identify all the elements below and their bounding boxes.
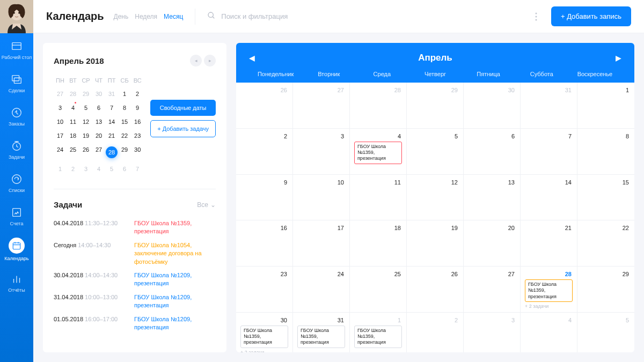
cal-day[interactable]: 13 bbox=[464, 175, 521, 221]
mini-day[interactable]: 22 bbox=[118, 129, 131, 143]
sidebar-item-cycle[interactable]: Списки bbox=[0, 166, 33, 200]
mini-day[interactable]: 5 bbox=[105, 162, 118, 176]
task-row[interactable]: 04.04.201811:30–12:30ГБОУ Школа №1359, п… bbox=[54, 217, 216, 239]
mini-day[interactable]: 19 bbox=[79, 129, 92, 143]
mini-prev-button[interactable]: ◂ bbox=[190, 55, 202, 67]
cal-day[interactable]: 4 bbox=[521, 313, 577, 352]
cal-day[interactable]: 18 bbox=[350, 220, 407, 267]
mini-day[interactable]: 23 bbox=[131, 129, 144, 143]
cal-day[interactable]: 5 bbox=[577, 313, 634, 352]
mini-day[interactable]: 18 bbox=[67, 129, 79, 143]
cal-day[interactable]: 10 bbox=[293, 175, 350, 221]
cal-prev-button[interactable]: ◀ bbox=[249, 54, 255, 62]
sidebar-item-orders[interactable]: Заказы bbox=[0, 100, 33, 133]
mini-day[interactable]: 9 bbox=[131, 101, 144, 115]
view-tab-0[interactable]: День bbox=[114, 13, 129, 20]
sidebar-item-chat[interactable]: Сделки bbox=[0, 67, 33, 100]
mini-day[interactable]: 6 bbox=[92, 101, 105, 115]
task-row[interactable]: 01.05.201816:00–17:00ГБОУ Школа №1209, п… bbox=[54, 313, 216, 335]
cal-event[interactable]: ГБОУ Школа №1359, презентация bbox=[240, 326, 288, 348]
task-row[interactable]: 30.04.201814:00–14:30ГБОУ Школа №1209, п… bbox=[54, 269, 216, 291]
cal-day[interactable]: 2 bbox=[236, 129, 293, 175]
cal-day[interactable]: 15 bbox=[577, 175, 634, 221]
mini-day[interactable]: 8 bbox=[118, 101, 131, 115]
cal-day[interactable]: 20 bbox=[464, 220, 521, 267]
cal-day[interactable]: 16 bbox=[236, 220, 293, 267]
cal-day[interactable]: 29 bbox=[407, 83, 464, 129]
cal-day[interactable]: 9 bbox=[236, 175, 293, 221]
mini-day[interactable]: 20 bbox=[92, 129, 105, 143]
cal-day[interactable]: 27 bbox=[464, 267, 521, 313]
task-row[interactable]: 31.04.201810:00–13:00ГБОУ Школа №1209, п… bbox=[54, 291, 216, 313]
mini-next-button[interactable]: ▸ bbox=[204, 55, 216, 67]
cal-day[interactable]: 27 bbox=[293, 83, 350, 129]
mini-day[interactable]: 1 bbox=[54, 162, 67, 176]
mini-day[interactable]: 30 bbox=[131, 143, 144, 162]
cal-day[interactable]: 1ГБОУ Школа №1359, презентация bbox=[350, 313, 407, 352]
cal-event[interactable]: ГБОУ Школа №1359, презентация bbox=[297, 326, 345, 348]
cal-day[interactable]: 11 bbox=[350, 175, 407, 221]
mini-day[interactable]: 1 bbox=[118, 87, 131, 101]
cal-more[interactable]: + 2 задачи bbox=[525, 304, 573, 309]
mini-day[interactable]: 27 bbox=[92, 143, 105, 162]
mini-day[interactable]: 31 bbox=[105, 87, 118, 101]
add-task-button[interactable]: + Добавить задачу bbox=[150, 120, 216, 137]
cal-day[interactable]: 31 bbox=[521, 83, 577, 129]
cal-day[interactable]: 14 bbox=[521, 175, 577, 221]
mini-day[interactable]: 12 bbox=[79, 115, 92, 129]
mini-day[interactable]: 29 bbox=[118, 143, 131, 162]
mini-day[interactable]: 10 bbox=[54, 115, 67, 129]
cal-day[interactable]: 3 bbox=[293, 129, 350, 175]
mini-day[interactable]: 21 bbox=[105, 129, 118, 143]
search-input[interactable] bbox=[221, 12, 382, 20]
more-icon[interactable] bbox=[529, 9, 544, 24]
cal-day[interactable]: 12 bbox=[407, 175, 464, 221]
mini-day[interactable]: 7 bbox=[131, 162, 144, 176]
mini-day[interactable]: 16 bbox=[131, 115, 144, 129]
sidebar-item-invoice[interactable]: Счета bbox=[0, 200, 33, 233]
cal-day[interactable]: 5 bbox=[407, 129, 464, 175]
mini-day[interactable]: 26 bbox=[79, 143, 92, 162]
mini-day[interactable]: 4 bbox=[92, 162, 105, 176]
cal-day[interactable]: 1 bbox=[577, 83, 634, 129]
mini-day[interactable]: 15 bbox=[118, 115, 131, 129]
mini-day[interactable]: 3 bbox=[79, 162, 92, 176]
cal-event[interactable]: ГБОУ Школа №1359, презентация bbox=[354, 142, 402, 164]
cal-day[interactable]: 30 bbox=[464, 83, 521, 129]
cal-day[interactable]: 23 bbox=[236, 267, 293, 313]
mini-day[interactable]: 27 bbox=[54, 87, 67, 101]
cal-next-button[interactable]: ▶ bbox=[616, 54, 621, 62]
cal-day[interactable]: 30ГБОУ Школа №1359, презентация+ 2 задач… bbox=[236, 313, 293, 352]
cal-day[interactable]: 6 bbox=[464, 129, 521, 175]
cal-day[interactable]: 28ГБОУ Школа №1359, презентация+ 2 задач… bbox=[521, 267, 577, 313]
add-record-button[interactable]: + Добавить запись bbox=[551, 6, 631, 26]
mini-day[interactable]: 29 bbox=[79, 87, 92, 101]
mini-day[interactable]: 3 bbox=[54, 101, 67, 115]
sidebar-item-clock[interactable]: Задачи bbox=[0, 133, 33, 166]
cal-day[interactable]: 2 bbox=[407, 313, 464, 352]
cal-day[interactable]: 17 bbox=[293, 220, 350, 267]
cal-day[interactable]: 29 bbox=[577, 267, 634, 313]
cal-day[interactable]: 25 bbox=[350, 267, 407, 313]
cal-day[interactable]: 8 bbox=[577, 129, 634, 175]
cal-day[interactable]: 3 bbox=[464, 313, 521, 352]
sidebar-item-reports[interactable]: Отчёты bbox=[0, 266, 33, 299]
mini-day[interactable]: 28 bbox=[105, 143, 118, 162]
cal-day[interactable]: 22 bbox=[577, 220, 634, 267]
mini-day[interactable]: 5 bbox=[79, 101, 92, 115]
cal-more[interactable]: + 2 задачи bbox=[240, 350, 288, 353]
mini-day[interactable]: 28 bbox=[67, 87, 79, 101]
cal-day[interactable]: 28 bbox=[350, 83, 407, 129]
cal-day[interactable]: 4ГБОУ Школа №1359, презентация bbox=[350, 129, 407, 175]
cal-day[interactable]: 7 bbox=[521, 129, 577, 175]
mini-day[interactable]: 30 bbox=[92, 87, 105, 101]
sidebar-item-calendar[interactable]: Календарь bbox=[0, 233, 33, 266]
cal-event[interactable]: ГБОУ Школа №1359, презентация bbox=[354, 326, 402, 348]
mini-day[interactable]: 14 bbox=[105, 115, 118, 129]
mini-day[interactable]: 6 bbox=[118, 162, 131, 176]
mini-day[interactable]: 2 bbox=[67, 162, 79, 176]
mini-day[interactable]: 11 bbox=[67, 115, 79, 129]
tasks-filter[interactable]: Все ⌄ bbox=[197, 201, 216, 209]
mini-day[interactable]: 2 bbox=[131, 87, 144, 101]
mini-day[interactable]: 17 bbox=[54, 129, 67, 143]
